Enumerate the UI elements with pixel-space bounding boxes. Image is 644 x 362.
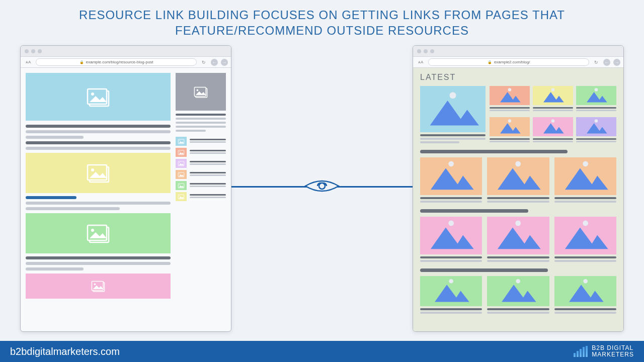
sidebar-image-placeholder: [176, 73, 226, 111]
address-bar-row: ᴀA 🔒 example2.com/blog/ ↻ ← →: [413, 57, 623, 68]
small-card-grid: [490, 86, 616, 145]
brand-bars-icon: [574, 346, 588, 357]
svg-rect-37: [622, 179, 624, 183]
text-line-placeholder: [176, 130, 206, 132]
footer-url: b2bdigitalmarketers.com: [10, 346, 120, 357]
brand-text: B2B DIGITAL MARKETERS: [592, 345, 634, 358]
svg-point-31: [508, 119, 512, 123]
featured-card: [420, 86, 486, 145]
svg-point-14: [197, 89, 199, 91]
reload-icon: ↻: [592, 60, 600, 65]
address-bar-row: ᴀA 🔒 example.com/blog/resource-blog-post…: [21, 57, 231, 68]
svg-point-34: [448, 161, 454, 167]
footer-bar: b2bdigitalmarketers.com B2B DIGITAL MARK…: [0, 341, 644, 362]
image-stack-icon: [193, 86, 208, 98]
footer-brand: B2B DIGITAL MARKETERS: [574, 345, 634, 358]
sidebar-list-item: [176, 137, 226, 146]
svg-point-27: [450, 93, 456, 99]
card-row: [420, 217, 616, 263]
card-text-lines: [420, 134, 486, 143]
svg-point-20: [179, 162, 180, 163]
target-browser-mockup: ᴀA 🔒 example2.com/blog/ ↻ ← → LATEST: [413, 45, 624, 332]
address-bar: 🔒 example.com/blog/resource-blog-post: [36, 58, 197, 66]
thumb-icon: [176, 159, 187, 168]
row-card: [420, 217, 482, 263]
section-divider: [420, 268, 548, 272]
traffic-light-icon: [424, 49, 428, 53]
diagram-container: ᴀA 🔒 example.com/blog/resource-blog-post…: [0, 38, 644, 335]
svg-point-16: [179, 140, 180, 141]
grid-card: [533, 117, 573, 145]
section-heading: LATEST: [420, 73, 616, 82]
content-image-placeholder: [26, 274, 171, 299]
row-card: [420, 276, 482, 315]
svg-point-41: [583, 221, 588, 226]
svg-rect-42: [622, 238, 624, 242]
sidebar-list-item: [176, 159, 226, 168]
page-title: RESOURCE LINK BUILDING FOCUSES ON GETTIN…: [0, 0, 644, 38]
svg-point-39: [448, 221, 454, 226]
grid-card: [490, 86, 530, 114]
carousel-arrow-icon: [622, 290, 624, 302]
svg-point-45: [516, 279, 521, 284]
svg-point-29: [551, 88, 555, 92]
svg-point-46: [583, 279, 588, 284]
text-line-placeholder: [26, 262, 171, 265]
text-size-icon: ᴀA: [416, 60, 425, 64]
lock-icon: 🔒: [79, 60, 84, 64]
row-card: [487, 157, 549, 204]
text-line-placeholder: [26, 202, 171, 205]
link-line-placeholder: [26, 196, 76, 199]
svg-point-5: [91, 168, 94, 171]
text-line-placeholder: [26, 207, 120, 210]
card-row-wrap: [420, 217, 616, 263]
text-line-placeholder: [26, 130, 171, 133]
url-text: example.com/blog/resource-blog-post: [86, 60, 153, 64]
browser-chrome: [413, 46, 623, 57]
row-card: [420, 157, 482, 204]
grid-card: [533, 86, 573, 114]
traffic-light-icon: [38, 49, 42, 53]
forward-icon: →: [221, 59, 228, 66]
image-stack-icon: [91, 280, 106, 292]
page-content: LATEST: [413, 68, 623, 331]
sidebar-list: [176, 137, 226, 201]
grid-card: [490, 117, 530, 145]
text-line-placeholder: [26, 147, 171, 150]
text-line-placeholder: [26, 267, 84, 270]
svg-point-24: [179, 185, 180, 186]
page-content: [21, 68, 231, 307]
link-eye-icon: [304, 176, 340, 196]
text-line-placeholder: [176, 114, 226, 116]
image-stack-icon: [86, 87, 111, 107]
reload-icon: ↻: [200, 60, 208, 65]
text-line-placeholder: [26, 141, 171, 144]
content-image-placeholder: [26, 153, 171, 193]
lock-icon: 🔒: [488, 60, 492, 64]
svg-point-11: [94, 284, 96, 286]
browser-chrome: [21, 46, 231, 57]
grid-card: [576, 117, 616, 145]
svg-point-8: [91, 229, 94, 232]
svg-point-22: [179, 173, 180, 174]
section-divider: [420, 150, 568, 153]
traffic-light-icon: [417, 49, 421, 53]
row-card: [554, 276, 616, 315]
back-icon: ←: [603, 59, 610, 66]
svg-point-36: [583, 161, 588, 167]
svg-point-28: [508, 88, 512, 92]
thumb-icon: [176, 148, 187, 157]
svg-point-44: [449, 279, 453, 284]
svg-point-2: [91, 93, 94, 96]
sidebar-list-item: [176, 181, 226, 190]
svg-point-40: [516, 221, 521, 226]
thumb-icon: [176, 137, 187, 146]
svg-point-18: [179, 151, 180, 152]
text-line-placeholder: [176, 118, 226, 120]
carousel-arrow-icon: [622, 234, 624, 246]
thumb-icon: [176, 192, 187, 201]
traffic-light-icon: [31, 49, 35, 53]
card-row: [420, 157, 616, 204]
image-stack-icon: [86, 163, 111, 183]
address-bar: 🔒 example2.com/blog/: [428, 58, 589, 66]
